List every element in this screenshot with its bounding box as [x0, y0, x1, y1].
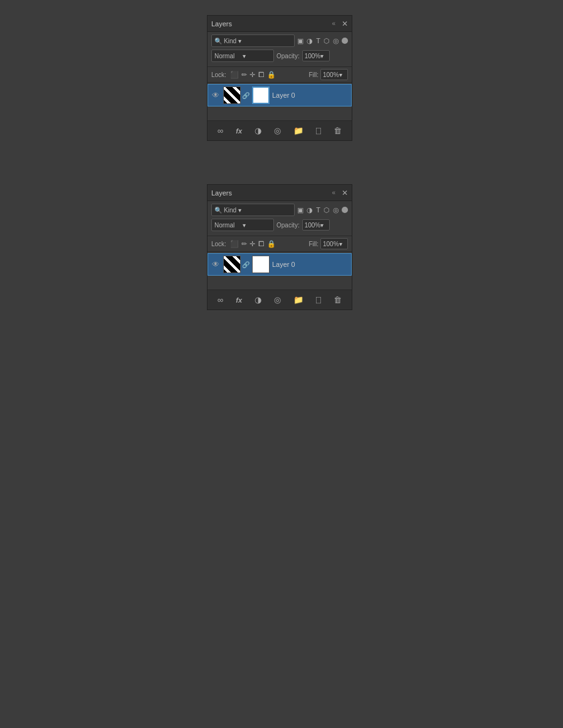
- kind-select-1[interactable]: 🔍 Kind ▾: [211, 34, 295, 47]
- close-icon-1[interactable]: ✕: [342, 20, 348, 28]
- pixel-filter-icon-1[interactable]: ▣: [297, 37, 303, 45]
- kind-select-2[interactable]: 🔍 Kind ▾: [211, 204, 295, 216]
- layer-thumbnail-2: [223, 256, 241, 273]
- search-icon-1: 🔍: [214, 38, 222, 44]
- blend-chevron-2: ▾: [243, 222, 271, 229]
- fill-label-2: Fill:: [308, 241, 318, 247]
- layer-mask-2: [252, 256, 270, 273]
- fill-input-2[interactable]: 100% ▾: [320, 238, 348, 249]
- layer-mask-1: [252, 86, 270, 104]
- layers-panel-1: Layers « ✕ 🔍 Kind ▾ ▣ ◑ T ⬡ ◎ No: [207, 15, 352, 141]
- collapse-icon-1[interactable]: «: [332, 21, 335, 27]
- fill-value-2: 100%: [323, 241, 339, 247]
- layer-row-2[interactable]: 👁 🔗 Layer 0: [208, 253, 352, 276]
- blend-mode-select-2[interactable]: Normal ▾: [211, 219, 274, 231]
- new-layer-icon-2[interactable]: ⎕: [314, 294, 323, 306]
- visibility-icon-1[interactable]: 👁: [212, 91, 221, 100]
- adjustment-icon-1[interactable]: ◑: [253, 125, 263, 137]
- adjustment-filter-icon-2[interactable]: ◑: [307, 206, 313, 214]
- kind-label-1: Kind: [224, 38, 236, 44]
- layer-row-1[interactable]: 👁 🔗 Layer 0: [208, 84, 352, 107]
- shape-filter-icon-2[interactable]: ⬡: [324, 206, 330, 214]
- lock-artboard-icon-2[interactable]: ⧠: [258, 240, 265, 247]
- smart-filter-icon-1[interactable]: ◎: [333, 37, 339, 45]
- kind-label-2: Kind: [224, 207, 236, 214]
- opacity-chevron-2: ▾: [320, 222, 327, 229]
- titlebar-icons-2: « ✕: [332, 189, 348, 197]
- close-icon-2[interactable]: ✕: [342, 189, 348, 197]
- fill-chevron-2: ▾: [339, 241, 345, 247]
- filter-toggle-1[interactable]: [342, 38, 348, 44]
- lock-move-icon-2[interactable]: ✛: [250, 240, 255, 248]
- delete-icon-2[interactable]: 🗑: [332, 294, 344, 306]
- opacity-label-1: Opacity:: [276, 53, 300, 60]
- chain-icon-1[interactable]: 🔗: [242, 92, 250, 99]
- link-icon-2[interactable]: ∞: [216, 294, 225, 306]
- opacity-chevron-1: ▾: [320, 53, 327, 60]
- fill-value-1: 100%: [323, 71, 339, 78]
- text-filter-icon-2[interactable]: T: [316, 206, 320, 214]
- kind-row-2: 🔍 Kind ▾ ▣ ◑ T ⬡ ◎: [211, 204, 348, 216]
- blend-opacity-row-1: Normal ▾ Opacity: 100% ▾: [211, 49, 348, 62]
- layers-list-1: 👁 🔗 Layer 0: [208, 83, 352, 120]
- filter-toggle-2[interactable]: [342, 207, 348, 213]
- bottom-toolbar-2: ∞ fx ◑ ◎ 📁 ⎕ 🗑: [208, 289, 352, 309]
- visibility-icon-2[interactable]: 👁: [212, 260, 221, 269]
- lock-all-icon-2[interactable]: 🔒: [267, 240, 276, 248]
- lock-brush-icon-1[interactable]: ✏: [241, 71, 247, 79]
- filter-icons-1: ▣ ◑ T ⬡ ◎: [297, 37, 339, 45]
- kind-row-1: 🔍 Kind ▾ ▣ ◑ T ⬡ ◎: [211, 34, 348, 47]
- blend-chevron-1: ▾: [243, 53, 271, 60]
- folder-icon-2[interactable]: 📁: [292, 294, 305, 306]
- layers-panel-2: Layers « ✕ 🔍 Kind ▾ ▣ ◑ T ⬡ ◎ No: [207, 184, 352, 310]
- fill-input-1[interactable]: 100% ▾: [320, 69, 348, 80]
- fill-chevron-1: ▾: [339, 71, 345, 78]
- panel-titlebar-1: Layers « ✕: [208, 16, 352, 32]
- kind-section-1: 🔍 Kind ▾ ▣ ◑ T ⬡ ◎ Normal ▾ Opacity: 100…: [208, 32, 352, 67]
- layers-list-2: 👁 🔗 Layer 0: [208, 252, 352, 289]
- opacity-value-1: 100%: [305, 53, 321, 60]
- blend-mode-value-1: Normal: [214, 53, 243, 60]
- blend-mode-value-2: Normal: [214, 222, 243, 229]
- adjustment-icon-2[interactable]: ◑: [253, 294, 263, 306]
- link-icon-1[interactable]: ∞: [216, 125, 225, 137]
- lock-all-icon-1[interactable]: 🔒: [267, 71, 276, 79]
- circle-half-icon-1[interactable]: ◎: [272, 125, 283, 137]
- kind-chevron-2: ▾: [238, 207, 241, 214]
- pixel-filter-icon-2[interactable]: ▣: [297, 206, 303, 214]
- locks-row-1: Lock: ⬛ ✏ ✛ ⧠ 🔒 Fill: 100% ▾: [208, 67, 352, 83]
- collapse-icon-2[interactable]: «: [332, 190, 335, 196]
- titlebar-icons-1: « ✕: [332, 20, 348, 28]
- delete-icon-1[interactable]: 🗑: [332, 125, 344, 137]
- panel-titlebar-2: Layers « ✕: [208, 185, 352, 201]
- blend-opacity-row-2: Normal ▾ Opacity: 100% ▾: [211, 219, 348, 231]
- bottom-toolbar-1: ∞ fx ◑ ◎ 📁 ⎕ 🗑: [208, 120, 352, 140]
- lock-move-icon-1[interactable]: ✛: [250, 71, 255, 79]
- panel-title-1: Layers: [211, 20, 232, 28]
- adjustment-filter-icon-1[interactable]: ◑: [307, 37, 313, 45]
- fill-label-1: Fill:: [308, 71, 318, 78]
- new-layer-icon-1[interactable]: ⎕: [314, 125, 323, 137]
- blend-mode-select-1[interactable]: Normal ▾: [211, 49, 274, 62]
- thumb-content-1: [224, 87, 240, 103]
- smart-filter-icon-2[interactable]: ◎: [333, 206, 339, 214]
- folder-icon-1[interactable]: 📁: [292, 125, 305, 137]
- circle-half-icon-2[interactable]: ◎: [272, 294, 283, 306]
- fx-icon-2[interactable]: fx: [234, 295, 244, 305]
- fill-section-1: Fill: 100% ▾: [308, 69, 348, 80]
- shape-filter-icon-1[interactable]: ⬡: [324, 37, 330, 45]
- opacity-input-1[interactable]: 100% ▾: [302, 50, 330, 61]
- lock-pixel-icon-2[interactable]: ⬛: [230, 240, 239, 248]
- fx-icon-1[interactable]: fx: [234, 126, 244, 136]
- opacity-input-2[interactable]: 100% ▾: [302, 219, 330, 231]
- search-icon-2: 🔍: [214, 207, 222, 214]
- lock-brush-icon-2[interactable]: ✏: [241, 240, 247, 248]
- locks-row-2: Lock: ⬛ ✏ ✛ ⧠ 🔒 Fill: 100% ▾: [208, 236, 352, 252]
- lock-pixel-icon-1[interactable]: ⬛: [230, 71, 239, 79]
- text-filter-icon-1[interactable]: T: [316, 37, 320, 44]
- locks-label-1: Lock:: [211, 71, 226, 78]
- kind-chevron-1: ▾: [238, 38, 241, 44]
- layer-name-2: Layer 0: [272, 261, 295, 268]
- chain-icon-2[interactable]: 🔗: [242, 261, 250, 268]
- lock-artboard-icon-1[interactable]: ⧠: [258, 71, 265, 78]
